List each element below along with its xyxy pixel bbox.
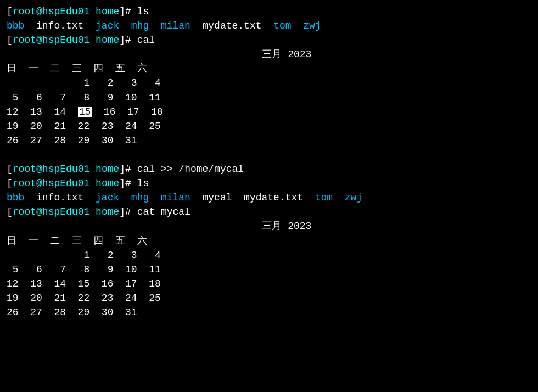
cal2-row3: 12 13 14 15 16 17 18 (7, 277, 531, 291)
bracket8: ] (119, 178, 125, 189)
item2-tom: tom (315, 192, 333, 203)
item-infotxt: info.txt (24, 20, 96, 31)
cal1-daynames: 日 一 二 三 四 五 六 (7, 61, 531, 76)
cal1-row4: 19 20 21 22 23 24 25 (7, 119, 531, 133)
bracket9: [ (7, 206, 13, 217)
bracket: [ (7, 6, 13, 17)
prompt-host2: hspEdu01 (42, 35, 89, 46)
prompt-dir2: home (96, 35, 119, 46)
bracket5: [ (7, 164, 13, 175)
prompt-user2: root (13, 35, 36, 46)
empty-line (7, 148, 531, 162)
cal2-row2: 5 6 7 8 9 10 11 (7, 262, 531, 277)
prompt-host5: hspEdu01 (42, 206, 89, 217)
cmd-cal: cal (137, 35, 155, 46)
cal2-header: 三月 2023 (7, 219, 531, 233)
item2-bbb: bbb (7, 192, 24, 203)
prompt-dir: home (96, 6, 119, 17)
space11 (89, 206, 96, 217)
space7 (89, 178, 96, 189)
item-tom: tom (273, 20, 291, 31)
prompt-at5: @ (36, 206, 42, 217)
prompt-at2: @ (36, 35, 42, 46)
today-15: 15 (78, 107, 92, 117)
space4 (292, 20, 304, 31)
item2-infotxt: info.txt (24, 192, 96, 203)
prompt-at4: @ (36, 178, 42, 189)
item-mydate: mydate.txt (190, 20, 273, 31)
item2-jack: jack (96, 192, 119, 203)
cal2-row5: 26 27 28 29 30 31 (7, 305, 531, 320)
cal1-header: 三月 2023 (7, 47, 531, 61)
item-jack: jack (96, 20, 119, 31)
prompt-host3: hspEdu01 (42, 164, 89, 175)
cal2-row1: 1 2 3 4 (7, 248, 531, 262)
terminal: [root@hspEdu01 home]# ls bbb info.txt ja… (7, 4, 531, 320)
bracket3: [ (7, 35, 13, 46)
space6 (89, 164, 96, 175)
item2-milan: milan (161, 192, 190, 203)
item2-mycal: mycal mydate.txt (190, 192, 315, 203)
line-1: [root@hspEdu01 home]# ls (7, 4, 531, 19)
bracket6: ] (119, 164, 125, 175)
cal2-daynames: 日 一 二 三 四 五 六 (7, 234, 531, 248)
item2-mhg: mhg (131, 192, 149, 203)
prompt-host: hspEdu01 (42, 6, 89, 17)
item-milan: milan (161, 20, 190, 31)
bracket4: ] (119, 35, 125, 46)
item2-zwj: zwj (345, 192, 362, 203)
cmd-ls: ls (137, 6, 149, 17)
ls-output-1: bbb info.txt jack mhg milan mydate.txt t… (7, 19, 531, 33)
space3 (149, 20, 161, 31)
prompt-user4: root (13, 178, 36, 189)
cmd-cat: cat mycal (137, 206, 190, 217)
line-cat: [root@hspEdu01 home]# cat mycal (7, 205, 531, 219)
cmd-redirect: cal >> /home/mycal (137, 164, 244, 175)
cal1-row3: 12 13 14 15 16 17 18 (7, 105, 531, 119)
space8 (119, 192, 131, 203)
prompt-hash2: # (125, 35, 137, 46)
cmd-ls2: ls (137, 178, 149, 189)
space5 (89, 35, 96, 46)
prompt-hash5: # (125, 206, 137, 217)
bracket2: ] (119, 6, 125, 17)
bracket10: ] (119, 206, 125, 217)
line-3: [root@hspEdu01 home]# cal (7, 33, 531, 47)
prompt-user5: root (13, 206, 36, 217)
prompt-dir3: home (96, 164, 119, 175)
line-redirect: [root@hspEdu01 home]# cal >> /home/mycal (7, 162, 531, 176)
cal1-row5: 26 27 28 29 30 31 (7, 133, 531, 148)
prompt-hash: # (125, 6, 137, 17)
bracket7: [ (7, 178, 13, 189)
space (89, 6, 96, 17)
ls-output-2: bbb info.txt jack mhg milan mycal mydate… (7, 191, 531, 205)
space9 (149, 192, 161, 203)
prompt-dir5: home (96, 206, 119, 217)
cal2-row4: 19 20 21 22 23 24 25 (7, 291, 531, 305)
item-bbb: bbb (7, 20, 24, 31)
prompt-host4: hspEdu01 (42, 178, 89, 189)
prompt-at: @ (36, 6, 42, 17)
line-ls2: [root@hspEdu01 home]# ls (7, 176, 531, 191)
cal1-row1: 1 2 3 4 (7, 76, 531, 90)
prompt-at3: @ (36, 164, 42, 175)
space10 (333, 192, 345, 203)
prompt-user: root (13, 6, 36, 17)
prompt-dir4: home (96, 178, 119, 189)
item-mhg: mhg (131, 20, 149, 31)
prompt-hash4: # (125, 178, 137, 189)
space2 (119, 20, 131, 31)
prompt-hash3: # (125, 164, 137, 175)
item-zwj: zwj (303, 20, 321, 31)
cal1-row2: 5 6 7 8 9 10 11 (7, 91, 531, 105)
prompt-user3: root (13, 164, 36, 175)
